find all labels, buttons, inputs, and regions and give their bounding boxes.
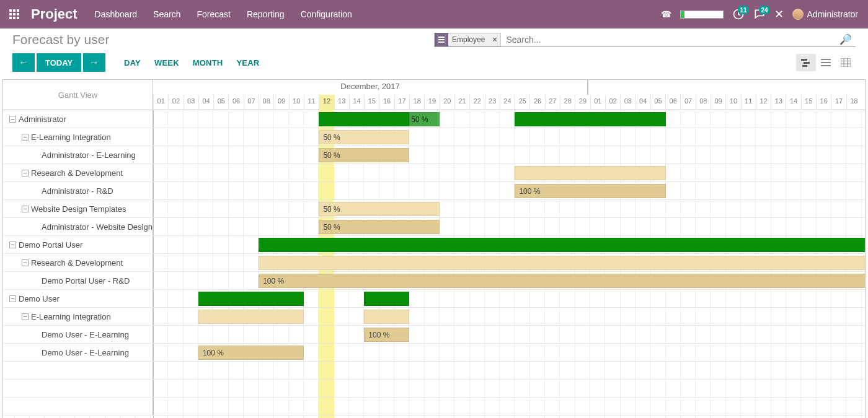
scale-month[interactable]: MONTH bbox=[193, 58, 223, 67]
scale-day[interactable]: DAY bbox=[124, 58, 141, 67]
nav-dashboard[interactable]: Dashboard bbox=[95, 9, 138, 19]
row-label-text: Research & Development bbox=[31, 258, 123, 268]
row-label[interactable]: Demo User - E-Learning bbox=[3, 326, 153, 343]
activities-button[interactable]: 11 bbox=[732, 8, 745, 20]
row-label[interactable]: −Administrator bbox=[3, 110, 153, 128]
collapse-icon[interactable]: − bbox=[22, 313, 29, 320]
gantt-bar[interactable] bbox=[259, 238, 866, 252]
gantt-bar[interactable] bbox=[319, 112, 409, 126]
gantt-bar[interactable]: 100 % bbox=[198, 346, 304, 360]
gantt-bar[interactable]: 50 % bbox=[319, 220, 439, 234]
row-label[interactable]: Demo User - E-Learning bbox=[3, 344, 153, 361]
row-label[interactable]: −E-Learning Integration bbox=[3, 308, 153, 325]
row-label[interactable]: Administrator - E-Learning bbox=[3, 146, 153, 163]
next-period-button[interactable]: → bbox=[83, 53, 105, 72]
search-bar[interactable]: Employee × 🔎 bbox=[434, 33, 856, 47]
day-header: 10 bbox=[725, 95, 740, 110]
gantt-bar[interactable] bbox=[515, 112, 665, 126]
apps-menu-button[interactable] bbox=[0, 0, 29, 28]
row-label[interactable]: Administrator - R&D bbox=[3, 182, 153, 199]
gantt-bar[interactable]: 100 % bbox=[259, 274, 866, 288]
collapse-icon[interactable]: − bbox=[9, 295, 16, 302]
debug-close-icon[interactable]: ✕ bbox=[774, 7, 784, 21]
row-label[interactable] bbox=[3, 380, 153, 397]
collapse-icon[interactable]: − bbox=[9, 242, 16, 248]
nav-forecast[interactable]: Forecast bbox=[197, 9, 230, 19]
row-label-text: Demo User - E-Learning bbox=[42, 330, 129, 339]
day-header: 10 bbox=[289, 95, 304, 110]
gantt-day-scale: 0102030405060708091011121314151617181920… bbox=[153, 95, 865, 110]
gantt-bar[interactable]: 100 % bbox=[364, 328, 409, 342]
row-label[interactable]: −Research & Development bbox=[3, 254, 153, 271]
empty-row bbox=[3, 380, 865, 398]
gantt-row: −Administrator50 % bbox=[3, 110, 865, 128]
row-label[interactable]: −E-Learning Integration bbox=[3, 128, 153, 146]
gantt-bar[interactable] bbox=[259, 256, 866, 270]
row-label[interactable]: −Demo Portal User bbox=[3, 236, 153, 253]
view-gantt-button[interactable] bbox=[796, 54, 816, 71]
collapse-icon[interactable]: − bbox=[22, 170, 29, 176]
row-label[interactable] bbox=[3, 398, 153, 415]
gantt-bar[interactable]: 50 % bbox=[319, 130, 409, 144]
gantt-bar[interactable]: 50 % bbox=[319, 148, 409, 162]
gantt-bar[interactable] bbox=[364, 310, 409, 324]
bar-percent-label: 50 % bbox=[410, 113, 428, 126]
gantt-row: −Website Design Templates50 % bbox=[3, 200, 865, 218]
day-header: 19 bbox=[424, 95, 439, 110]
day-header: 08 bbox=[259, 95, 273, 110]
view-pivot-button[interactable] bbox=[836, 54, 856, 71]
facet-remove-icon[interactable]: × bbox=[489, 35, 500, 44]
row-label-text: Administrator - E-Learning bbox=[42, 150, 136, 160]
day-header: 17 bbox=[831, 95, 846, 110]
gantt-bar[interactable] bbox=[198, 310, 304, 324]
bar-percent-label: 50 % bbox=[319, 220, 340, 233]
scale-year[interactable]: YEAR bbox=[236, 58, 259, 67]
svg-rect-4 bbox=[841, 58, 851, 67]
messages-badge: 24 bbox=[759, 6, 769, 14]
collapse-icon[interactable]: − bbox=[22, 259, 29, 266]
row-label[interactable] bbox=[3, 362, 153, 379]
messages-button[interactable]: 24 bbox=[753, 8, 766, 20]
collapse-icon[interactable]: − bbox=[22, 206, 29, 212]
day-header: 16 bbox=[816, 95, 831, 110]
gantt-bar[interactable] bbox=[364, 292, 409, 306]
nav-configuration[interactable]: Configuration bbox=[301, 9, 352, 19]
scale-week[interactable]: WEEK bbox=[154, 58, 179, 67]
list-icon bbox=[821, 58, 831, 67]
collapse-icon[interactable]: − bbox=[22, 134, 29, 141]
day-header: 14 bbox=[786, 95, 800, 110]
day-header: 05 bbox=[213, 95, 228, 110]
gantt-bar[interactable]: 50 % bbox=[409, 112, 440, 126]
gantt-bar[interactable] bbox=[515, 166, 665, 180]
day-header: 01 bbox=[590, 95, 605, 110]
gantt-row: −E-Learning Integration50 % bbox=[3, 128, 865, 146]
row-label[interactable]: Administrator - Website Design bbox=[3, 218, 153, 235]
row-label[interactable]: −Demo User bbox=[3, 290, 153, 307]
groupby-icon bbox=[435, 33, 448, 46]
search-input[interactable] bbox=[501, 33, 836, 46]
gantt-chart: Gantt View December, 2017 01020304050607… bbox=[2, 79, 866, 418]
apps-grid-icon bbox=[9, 9, 19, 19]
nav-reporting[interactable]: Reporting bbox=[247, 9, 285, 19]
gantt-bar[interactable] bbox=[198, 292, 304, 306]
search-expand-icon[interactable]: 🔎 bbox=[836, 33, 856, 45]
row-label[interactable]: Demo Portal User - R&D bbox=[3, 272, 153, 289]
bar-percent-label: 50 % bbox=[319, 202, 340, 216]
view-list-button[interactable] bbox=[816, 54, 836, 71]
today-button[interactable]: TODAY bbox=[37, 53, 81, 72]
row-label[interactable]: −Research & Development bbox=[3, 164, 153, 181]
gantt-bar[interactable]: 50 % bbox=[319, 202, 439, 216]
row-label[interactable]: −Website Design Templates bbox=[3, 200, 153, 217]
day-header: 13 bbox=[771, 95, 786, 110]
prev-period-button[interactable]: ← bbox=[12, 53, 35, 72]
day-header: 22 bbox=[469, 95, 484, 110]
bar-percent-label: 100 % bbox=[259, 274, 284, 287]
phone-icon[interactable]: ☎ bbox=[661, 9, 671, 19]
gantt-bar[interactable]: 100 % bbox=[515, 184, 665, 198]
app-brand[interactable]: Project bbox=[31, 6, 78, 22]
nav-search[interactable]: Search bbox=[153, 9, 180, 19]
day-header: 20 bbox=[440, 95, 454, 110]
user-menu[interactable]: Administrator bbox=[792, 9, 858, 20]
gantt-row: Demo Portal User - R&D100 % bbox=[3, 272, 865, 290]
collapse-icon[interactable]: − bbox=[9, 116, 16, 123]
